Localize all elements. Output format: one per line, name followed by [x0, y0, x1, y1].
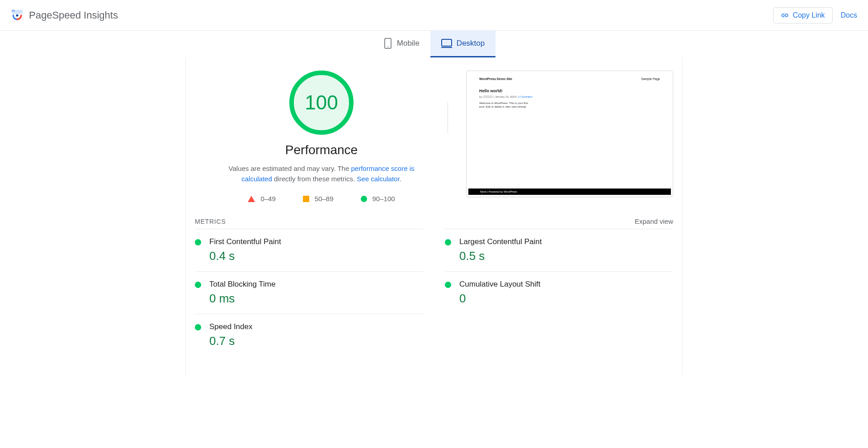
see-calculator-link[interactable]: See calculator — [357, 175, 399, 183]
triangle-icon — [248, 196, 255, 202]
circle-icon — [361, 196, 367, 202]
metrics-header: METRICS Expand view — [186, 212, 682, 229]
metric-value: 0.7 s — [209, 334, 423, 348]
status-dot-icon — [445, 282, 451, 288]
page-screenshot: WordPress Demo Site Sample Page Hello wo… — [466, 71, 673, 197]
metrics-title: METRICS — [195, 218, 226, 225]
status-dot-icon — [195, 282, 201, 288]
vertical-divider — [448, 102, 448, 134]
svg-point-2 — [16, 14, 18, 16]
app-header: PageSpeed Insights Copy Link Docs — [0, 0, 868, 31]
metric-tbt: Total Blocking Time 0 ms — [195, 271, 423, 314]
expand-view-toggle[interactable]: Expand view — [635, 217, 673, 225]
preview-footer: Neve | Powered by WordPress — [468, 189, 671, 195]
preview-nav: Sample Page — [641, 77, 660, 80]
status-dot-icon — [445, 239, 451, 245]
legend-range-pass: 90–100 — [373, 195, 395, 203]
preview-date: January 19, 2024 — [495, 95, 516, 98]
preview-site-title: WordPress Demo Site — [479, 77, 512, 80]
metric-name: First Contentful Paint — [209, 237, 423, 246]
preview-meta: by xx | January 19, 2024 | 1 Comment — [479, 95, 660, 98]
status-dot-icon — [195, 239, 201, 245]
metric-value: 0.5 s — [459, 249, 673, 263]
metric-name: Cumulative Layout Shift — [459, 280, 673, 289]
preview-post-title: Hello world! — [479, 89, 660, 93]
preview-page: WordPress Demo Site Sample Page Hello wo… — [467, 71, 673, 115]
metric-lcp: Largest Contentful Paint 0.5 s — [445, 229, 673, 271]
metric-value: 0 — [459, 292, 673, 306]
caption-text: Values are estimated and may vary. The — [228, 165, 351, 172]
gauge-ring: 100 — [289, 71, 354, 135]
tab-desktop[interactable]: Desktop — [430, 31, 495, 57]
desktop-icon — [441, 39, 452, 48]
metric-name: Largest Contentful Paint — [459, 237, 673, 246]
score-gauge: 100 — [289, 71, 354, 135]
legend-range-fail: 0–49 — [260, 195, 275, 203]
metric-name: Total Blocking Time — [209, 280, 423, 289]
score-legend: 0–49 50–89 90–100 — [195, 195, 448, 203]
metric-fcp: First Contentful Paint 0.4 s — [195, 229, 423, 271]
preview-meta-by: by — [479, 95, 482, 98]
status-dot-icon — [195, 324, 201, 330]
caption-dot: . — [400, 175, 401, 183]
performance-title: Performance — [195, 143, 448, 157]
tab-mobile-label: Mobile — [397, 39, 420, 48]
app-title: PageSpeed Insights — [29, 9, 118, 21]
report-content: 100 Performance Values are estimated and… — [185, 58, 683, 374]
device-tabs: Mobile Desktop — [0, 31, 868, 58]
metric-si: Speed Index 0.7 s — [195, 314, 423, 356]
copy-link-label: Copy Link — [793, 11, 825, 19]
metric-name: Speed Index — [209, 322, 423, 331]
legend-range-average: 50–89 — [315, 195, 334, 203]
square-icon — [303, 196, 309, 202]
performance-summary: 100 Performance Values are estimated and… — [195, 71, 448, 203]
link-icon — [781, 11, 789, 19]
tab-mobile[interactable]: Mobile — [373, 31, 430, 57]
page-preview-container: WordPress Demo Site Sample Page Hello wo… — [466, 71, 673, 203]
copy-link-button[interactable]: Copy Link — [773, 7, 832, 24]
svg-rect-5 — [442, 39, 452, 46]
metric-value: 0.4 s — [209, 249, 423, 263]
preview-header: WordPress Demo Site Sample Page — [479, 77, 660, 80]
metric-cls: Cumulative Layout Shift 0 — [445, 271, 673, 314]
mobile-icon — [383, 38, 392, 49]
metric-value: 0 ms — [209, 292, 423, 306]
pagespeed-logo-icon — [11, 9, 24, 22]
svg-rect-1 — [12, 9, 15, 11]
docs-link[interactable]: Docs — [841, 11, 857, 19]
svg-point-4 — [387, 47, 388, 47]
metrics-grid: First Contentful Paint 0.4 s Largest Con… — [186, 229, 682, 356]
legend-average: 50–89 — [303, 195, 334, 203]
tab-desktop-label: Desktop — [457, 39, 485, 48]
header-right: Copy Link Docs — [773, 7, 857, 24]
performance-caption: Values are estimated and may vary. The p… — [213, 164, 430, 184]
caption-text-2: directly from these metrics. — [272, 175, 357, 183]
legend-pass: 90–100 — [361, 195, 395, 203]
header-left: PageSpeed Insights — [11, 9, 118, 22]
legend-fail: 0–49 — [248, 195, 275, 203]
preview-body: Welcome to WordPress. This is your first… — [479, 102, 533, 109]
preview-author-blur: xx — [483, 95, 493, 98]
performance-score: 100 — [305, 91, 338, 114]
performance-section: 100 Performance Values are estimated and… — [186, 71, 682, 212]
preview-comments: 1 Comment — [518, 95, 532, 98]
